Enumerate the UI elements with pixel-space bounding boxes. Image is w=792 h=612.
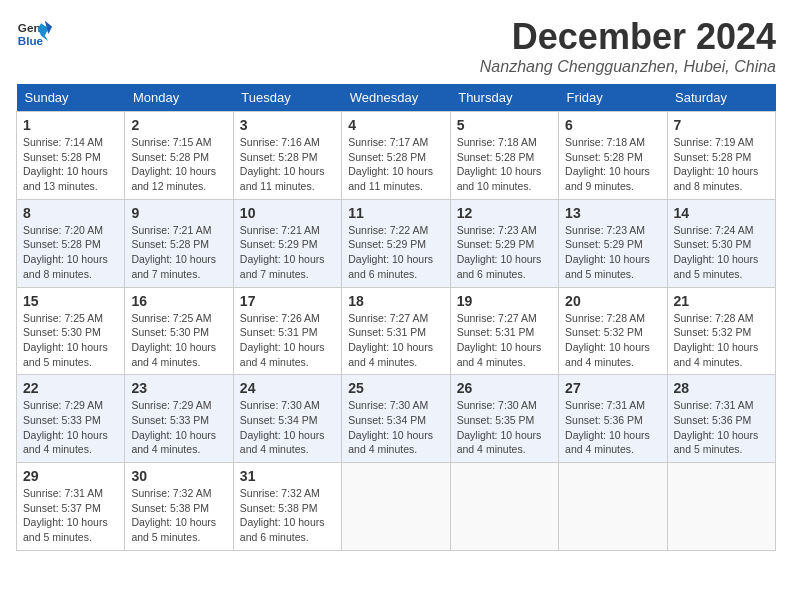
calendar-cell: 25Sunrise: 7:30 AM Sunset: 5:34 PM Dayli… <box>342 375 450 463</box>
day-number: 25 <box>348 380 443 396</box>
header: General Blue December 2024 Nanzhang Chen… <box>16 16 776 76</box>
day-info: Sunrise: 7:30 AM Sunset: 5:34 PM Dayligh… <box>348 398 443 457</box>
day-info: Sunrise: 7:25 AM Sunset: 5:30 PM Dayligh… <box>131 311 226 370</box>
day-info: Sunrise: 7:26 AM Sunset: 5:31 PM Dayligh… <box>240 311 335 370</box>
day-number: 24 <box>240 380 335 396</box>
day-info: Sunrise: 7:27 AM Sunset: 5:31 PM Dayligh… <box>348 311 443 370</box>
day-number: 22 <box>23 380 118 396</box>
day-info: Sunrise: 7:30 AM Sunset: 5:35 PM Dayligh… <box>457 398 552 457</box>
day-number: 28 <box>674 380 769 396</box>
day-info: Sunrise: 7:24 AM Sunset: 5:30 PM Dayligh… <box>674 223 769 282</box>
day-number: 23 <box>131 380 226 396</box>
day-info: Sunrise: 7:32 AM Sunset: 5:38 PM Dayligh… <box>131 486 226 545</box>
day-header-monday: Monday <box>125 84 233 112</box>
day-header-wednesday: Wednesday <box>342 84 450 112</box>
calendar-cell: 4Sunrise: 7:17 AM Sunset: 5:28 PM Daylig… <box>342 112 450 200</box>
day-number: 30 <box>131 468 226 484</box>
calendar-cell: 24Sunrise: 7:30 AM Sunset: 5:34 PM Dayli… <box>233 375 341 463</box>
day-info: Sunrise: 7:18 AM Sunset: 5:28 PM Dayligh… <box>457 135 552 194</box>
calendar-cell: 18Sunrise: 7:27 AM Sunset: 5:31 PM Dayli… <box>342 287 450 375</box>
calendar-cell: 3Sunrise: 7:16 AM Sunset: 5:28 PM Daylig… <box>233 112 341 200</box>
month-year-title: December 2024 <box>480 16 776 58</box>
calendar-cell: 1Sunrise: 7:14 AM Sunset: 5:28 PM Daylig… <box>17 112 125 200</box>
day-info: Sunrise: 7:31 AM Sunset: 5:36 PM Dayligh… <box>674 398 769 457</box>
day-info: Sunrise: 7:21 AM Sunset: 5:28 PM Dayligh… <box>131 223 226 282</box>
day-number: 4 <box>348 117 443 133</box>
day-number: 31 <box>240 468 335 484</box>
day-info: Sunrise: 7:22 AM Sunset: 5:29 PM Dayligh… <box>348 223 443 282</box>
calendar-cell: 8Sunrise: 7:20 AM Sunset: 5:28 PM Daylig… <box>17 199 125 287</box>
day-number: 9 <box>131 205 226 221</box>
day-number: 8 <box>23 205 118 221</box>
calendar-cell: 11Sunrise: 7:22 AM Sunset: 5:29 PM Dayli… <box>342 199 450 287</box>
svg-text:Blue: Blue <box>18 34 44 47</box>
day-info: Sunrise: 7:28 AM Sunset: 5:32 PM Dayligh… <box>565 311 660 370</box>
day-number: 17 <box>240 293 335 309</box>
calendar-cell: 10Sunrise: 7:21 AM Sunset: 5:29 PM Dayli… <box>233 199 341 287</box>
calendar-week-row: 15Sunrise: 7:25 AM Sunset: 5:30 PM Dayli… <box>17 287 776 375</box>
day-number: 13 <box>565 205 660 221</box>
day-number: 7 <box>674 117 769 133</box>
day-info: Sunrise: 7:31 AM Sunset: 5:36 PM Dayligh… <box>565 398 660 457</box>
day-number: 12 <box>457 205 552 221</box>
day-info: Sunrise: 7:29 AM Sunset: 5:33 PM Dayligh… <box>23 398 118 457</box>
day-info: Sunrise: 7:29 AM Sunset: 5:33 PM Dayligh… <box>131 398 226 457</box>
calendar-header-row: SundayMondayTuesdayWednesdayThursdayFrid… <box>17 84 776 112</box>
day-number: 11 <box>348 205 443 221</box>
day-number: 3 <box>240 117 335 133</box>
day-info: Sunrise: 7:23 AM Sunset: 5:29 PM Dayligh… <box>565 223 660 282</box>
day-header-sunday: Sunday <box>17 84 125 112</box>
day-number: 15 <box>23 293 118 309</box>
calendar-cell: 30Sunrise: 7:32 AM Sunset: 5:38 PM Dayli… <box>125 463 233 551</box>
day-number: 26 <box>457 380 552 396</box>
day-info: Sunrise: 7:28 AM Sunset: 5:32 PM Dayligh… <box>674 311 769 370</box>
calendar-cell: 5Sunrise: 7:18 AM Sunset: 5:28 PM Daylig… <box>450 112 558 200</box>
day-number: 27 <box>565 380 660 396</box>
calendar-cell: 17Sunrise: 7:26 AM Sunset: 5:31 PM Dayli… <box>233 287 341 375</box>
day-number: 29 <box>23 468 118 484</box>
calendar-cell: 2Sunrise: 7:15 AM Sunset: 5:28 PM Daylig… <box>125 112 233 200</box>
day-info: Sunrise: 7:19 AM Sunset: 5:28 PM Dayligh… <box>674 135 769 194</box>
day-number: 2 <box>131 117 226 133</box>
calendar-cell: 23Sunrise: 7:29 AM Sunset: 5:33 PM Dayli… <box>125 375 233 463</box>
day-number: 18 <box>348 293 443 309</box>
calendar-cell: 21Sunrise: 7:28 AM Sunset: 5:32 PM Dayli… <box>667 287 775 375</box>
logo: General Blue <box>16 16 52 52</box>
calendar-cell <box>342 463 450 551</box>
day-header-saturday: Saturday <box>667 84 775 112</box>
calendar-cell <box>667 463 775 551</box>
calendar-cell <box>559 463 667 551</box>
day-header-thursday: Thursday <box>450 84 558 112</box>
calendar-cell: 12Sunrise: 7:23 AM Sunset: 5:29 PM Dayli… <box>450 199 558 287</box>
calendar-cell: 16Sunrise: 7:25 AM Sunset: 5:30 PM Dayli… <box>125 287 233 375</box>
day-number: 16 <box>131 293 226 309</box>
calendar-cell: 9Sunrise: 7:21 AM Sunset: 5:28 PM Daylig… <box>125 199 233 287</box>
calendar-cell: 14Sunrise: 7:24 AM Sunset: 5:30 PM Dayli… <box>667 199 775 287</box>
day-info: Sunrise: 7:14 AM Sunset: 5:28 PM Dayligh… <box>23 135 118 194</box>
day-info: Sunrise: 7:16 AM Sunset: 5:28 PM Dayligh… <box>240 135 335 194</box>
day-info: Sunrise: 7:17 AM Sunset: 5:28 PM Dayligh… <box>348 135 443 194</box>
calendar-cell: 19Sunrise: 7:27 AM Sunset: 5:31 PM Dayli… <box>450 287 558 375</box>
day-number: 20 <box>565 293 660 309</box>
day-info: Sunrise: 7:32 AM Sunset: 5:38 PM Dayligh… <box>240 486 335 545</box>
calendar-cell: 15Sunrise: 7:25 AM Sunset: 5:30 PM Dayli… <box>17 287 125 375</box>
day-number: 5 <box>457 117 552 133</box>
day-info: Sunrise: 7:25 AM Sunset: 5:30 PM Dayligh… <box>23 311 118 370</box>
day-info: Sunrise: 7:30 AM Sunset: 5:34 PM Dayligh… <box>240 398 335 457</box>
logo-icon: General Blue <box>16 16 52 52</box>
day-number: 19 <box>457 293 552 309</box>
day-number: 10 <box>240 205 335 221</box>
day-info: Sunrise: 7:31 AM Sunset: 5:37 PM Dayligh… <box>23 486 118 545</box>
calendar-cell: 26Sunrise: 7:30 AM Sunset: 5:35 PM Dayli… <box>450 375 558 463</box>
day-number: 6 <box>565 117 660 133</box>
day-header-friday: Friday <box>559 84 667 112</box>
title-area: December 2024 Nanzhang Chengguanzhen, Hu… <box>480 16 776 76</box>
day-header-tuesday: Tuesday <box>233 84 341 112</box>
calendar-cell <box>450 463 558 551</box>
calendar-week-row: 1Sunrise: 7:14 AM Sunset: 5:28 PM Daylig… <box>17 112 776 200</box>
day-number: 14 <box>674 205 769 221</box>
day-info: Sunrise: 7:23 AM Sunset: 5:29 PM Dayligh… <box>457 223 552 282</box>
calendar-cell: 31Sunrise: 7:32 AM Sunset: 5:38 PM Dayli… <box>233 463 341 551</box>
day-info: Sunrise: 7:15 AM Sunset: 5:28 PM Dayligh… <box>131 135 226 194</box>
day-info: Sunrise: 7:20 AM Sunset: 5:28 PM Dayligh… <box>23 223 118 282</box>
